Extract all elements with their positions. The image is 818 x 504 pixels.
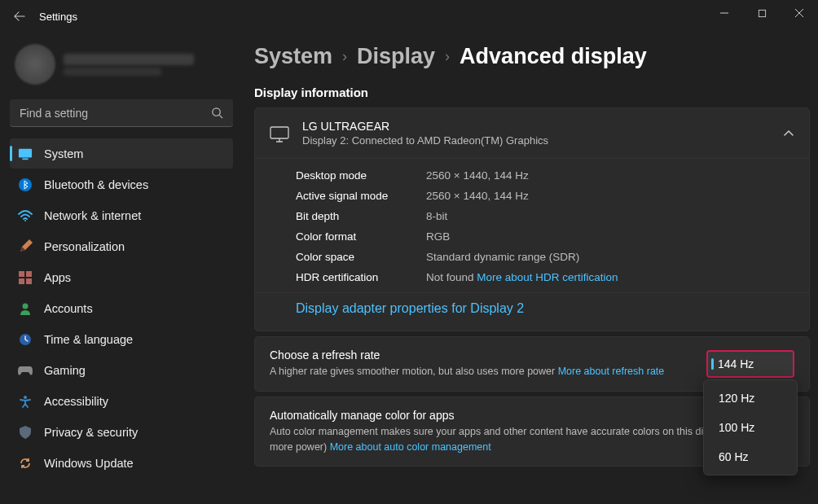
chevron-up-icon	[783, 129, 794, 138]
system-icon	[18, 147, 33, 161]
display-card-header[interactable]: LG ULTRAGEAR Display 2: Connected to AMD…	[255, 108, 809, 158]
refresh-title: Choose a refresh rate	[270, 348, 692, 362]
detail-color-format: Color formatRGB	[255, 226, 809, 247]
section-title: Display information	[254, 85, 810, 99]
titlebar: Settings	[0, 0, 818, 33]
breadcrumb-current: Advanced display	[460, 44, 647, 69]
nav-accessibility[interactable]: Accessibility	[10, 386, 233, 416]
nav-gaming[interactable]: Gaming	[10, 355, 233, 385]
svg-rect-0	[759, 10, 765, 16]
svg-point-10	[23, 303, 29, 309]
apps-icon	[18, 270, 33, 285]
nav-label: System	[44, 147, 83, 160]
maximize-icon	[758, 9, 767, 18]
personalization-icon	[18, 239, 33, 254]
nav-label: Gaming	[44, 364, 86, 377]
minimize-button[interactable]	[706, 0, 743, 26]
nav-label: Apps	[44, 271, 71, 284]
profile-info	[64, 54, 194, 76]
breadcrumb-system[interactable]: System	[254, 44, 332, 69]
breadcrumb-sep: ›	[342, 48, 347, 65]
breadcrumb-sep: ›	[445, 48, 450, 65]
nav-network[interactable]: Network & internet	[10, 200, 233, 230]
nav-accounts[interactable]: Accounts	[10, 293, 233, 323]
refresh-desc: A higher rate gives smoother motion, but…	[270, 364, 692, 379]
time-icon	[18, 332, 33, 347]
svg-point-12	[24, 396, 27, 399]
svg-rect-9	[26, 278, 32, 284]
minimize-icon	[719, 8, 729, 18]
close-button[interactable]	[781, 0, 818, 26]
refresh-rate-dropdown[interactable]: 144 Hz	[706, 350, 794, 378]
privacy-icon	[18, 425, 33, 440]
profile-name-redacted	[64, 54, 194, 65]
svg-rect-3	[22, 158, 28, 160]
display-details: Desktop mode2560 × 1440, 144 Hz Active s…	[255, 158, 809, 331]
nav-label: Bluetooth & devices	[44, 178, 148, 191]
refresh-dropdown-shell: 144 Hz 120 Hz 100 Hz 60 Hz	[706, 350, 794, 378]
refresh-option[interactable]: 120 Hz	[707, 383, 794, 413]
svg-rect-8	[19, 278, 24, 284]
nav-apps[interactable]: Apps	[10, 262, 233, 292]
avatar	[15, 44, 55, 85]
nav-label: Accessibility	[44, 395, 108, 408]
arrow-left-icon	[14, 11, 25, 22]
nav-label: Personalization	[44, 240, 125, 253]
nav-bluetooth[interactable]: Bluetooth & devices	[10, 169, 233, 199]
detail-desktop-mode: Desktop mode2560 × 1440, 144 Hz	[255, 165, 809, 186]
search-input[interactable]	[10, 99, 233, 127]
maximize-button[interactable]	[743, 0, 781, 26]
hdr-link[interactable]: More about HDR certification	[477, 271, 618, 283]
nav-privacy[interactable]: Privacy & security	[10, 417, 233, 447]
detail-bit-depth: Bit depth8-bit	[255, 206, 809, 226]
display-name: LG ULTRAGEAR	[302, 120, 768, 133]
detail-active-signal: Active signal mode2560 × 1440, 144 Hz	[255, 186, 809, 206]
refresh-rate-card: Choose a refresh rate A higher rate give…	[254, 336, 810, 392]
monitor-icon	[270, 126, 288, 141]
accessibility-icon	[18, 394, 33, 409]
nav-personalization[interactable]: Personalization	[10, 231, 233, 261]
display-sub: Display 2: Connected to AMD Radeon(TM) G…	[302, 134, 768, 147]
svg-rect-6	[19, 271, 24, 277]
nav-label: Accounts	[44, 302, 93, 315]
svg-rect-2	[19, 148, 32, 157]
svg-point-1	[213, 108, 220, 116]
bluetooth-icon	[18, 177, 33, 192]
window-title: Settings	[39, 11, 77, 23]
display-info-card: LG ULTRAGEAR Display 2: Connected to AMD…	[254, 107, 810, 331]
profile-block[interactable]	[10, 41, 233, 88]
refresh-option[interactable]: 60 Hz	[707, 442, 794, 471]
nav-update[interactable]: Windows Update	[10, 448, 233, 478]
nav-time[interactable]: Time & language	[10, 324, 233, 354]
breadcrumb: System › Display › Advanced display	[254, 44, 810, 69]
main-content: System › Display › Advanced display Disp…	[243, 33, 818, 504]
update-icon	[18, 456, 33, 471]
accounts-icon	[18, 301, 33, 316]
network-icon	[18, 208, 33, 223]
back-button[interactable]	[8, 5, 31, 28]
close-icon	[794, 8, 804, 18]
gaming-icon	[18, 363, 33, 378]
nav-system[interactable]: System	[10, 138, 233, 169]
nav-list: System Bluetooth & devices Network & int…	[10, 138, 233, 478]
color-link[interactable]: More about auto color management	[330, 441, 491, 453]
nav-label: Windows Update	[44, 457, 134, 470]
refresh-dropdown-list: 120 Hz 100 Hz 60 Hz	[703, 379, 798, 476]
nav-label: Privacy & security	[44, 426, 138, 439]
refresh-link[interactable]: More about refresh rate	[558, 366, 665, 377]
breadcrumb-display[interactable]: Display	[357, 44, 435, 69]
adapter-link-row: Display adapter properties for Display 2	[255, 292, 809, 324]
svg-rect-13	[270, 127, 288, 138]
sidebar: System Bluetooth & devices Network & int…	[0, 33, 243, 504]
svg-rect-7	[26, 271, 32, 277]
svg-point-5	[24, 220, 26, 221]
nav-label: Network & internet	[44, 209, 141, 222]
refresh-option[interactable]: 100 Hz	[707, 413, 794, 442]
adapter-properties-link[interactable]: Display adapter properties for Display 2	[296, 301, 524, 315]
detail-hdr: HDR certificationNot found More about HD…	[255, 267, 809, 287]
search-box	[10, 99, 233, 127]
settings-window: Settings	[0, 0, 818, 504]
detail-color-space: Color spaceStandard dynamic range (SDR)	[255, 247, 809, 267]
nav-label: Time & language	[44, 333, 133, 346]
refresh-selected-value: 144 Hz	[718, 357, 754, 370]
